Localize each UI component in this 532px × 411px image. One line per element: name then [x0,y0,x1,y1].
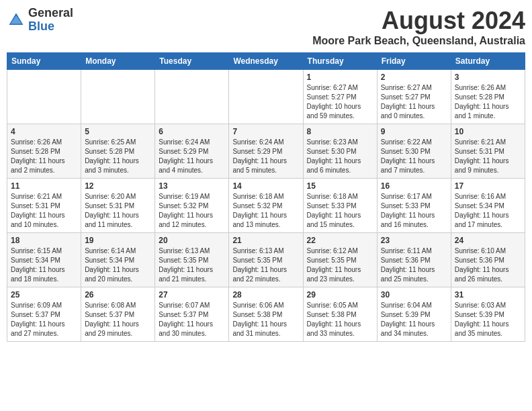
calendar-cell: 5Sunrise: 6:25 AM Sunset: 5:28 PM Daylig… [81,124,155,179]
day-number: 7 [232,127,299,136]
day-info: Sunrise: 6:13 AM Sunset: 5:35 PM Dayligh… [232,246,299,284]
calendar-cell: 4Sunrise: 6:26 AM Sunset: 5:28 PM Daylig… [7,124,81,179]
calendar-table: SundayMondayTuesdayWednesdayThursdayFrid… [7,52,525,342]
day-number: 26 [85,290,151,300]
day-info: Sunrise: 6:03 AM Sunset: 5:39 PM Dayligh… [455,301,521,338]
day-number: 4 [11,127,77,136]
day-number: 16 [381,181,447,191]
day-number: 21 [232,236,299,245]
day-info: Sunrise: 6:09 AM Sunset: 5:37 PM Dayligh… [11,301,77,338]
month-title: August 2024 [312,7,525,35]
day-number: 12 [85,181,151,191]
day-number: 15 [307,181,373,191]
day-number: 27 [159,290,225,300]
day-info: Sunrise: 6:13 AM Sunset: 5:35 PM Dayligh… [159,246,225,284]
calendar-cell [81,70,155,124]
day-info: Sunrise: 6:19 AM Sunset: 5:32 PM Dayligh… [159,192,225,230]
day-number: 29 [307,290,373,300]
calendar-cell: 30Sunrise: 6:04 AM Sunset: 5:39 PM Dayli… [377,287,451,342]
calendar-cell: 27Sunrise: 6:07 AM Sunset: 5:37 PM Dayli… [155,287,229,342]
day-info: Sunrise: 6:06 AM Sunset: 5:38 PM Dayligh… [232,301,299,338]
header-thursday: Thursday [303,53,377,70]
calendar-cell: 11Sunrise: 6:21 AM Sunset: 5:31 PM Dayli… [7,179,81,233]
day-number: 18 [11,236,77,245]
location-title: Moore Park Beach, Queensland, Australia [312,35,525,47]
day-info: Sunrise: 6:24 AM Sunset: 5:29 PM Dayligh… [232,138,299,175]
day-number: 10 [455,127,521,136]
calendar-cell: 25Sunrise: 6:09 AM Sunset: 5:37 PM Dayli… [7,287,81,342]
calendar-cell [229,70,303,124]
calendar-cell: 26Sunrise: 6:08 AM Sunset: 5:37 PM Dayli… [81,287,155,342]
day-info: Sunrise: 6:25 AM Sunset: 5:28 PM Dayligh… [85,138,151,175]
day-info: Sunrise: 6:22 AM Sunset: 5:30 PM Dayligh… [381,138,447,175]
calendar-cell: 14Sunrise: 6:18 AM Sunset: 5:32 PM Dayli… [229,179,303,233]
day-number: 9 [381,127,447,136]
calendar-cell [155,70,229,124]
day-info: Sunrise: 6:21 AM Sunset: 5:31 PM Dayligh… [455,138,521,175]
calendar-week-row: 18Sunrise: 6:15 AM Sunset: 5:34 PM Dayli… [7,233,525,287]
calendar-cell: 1Sunrise: 6:27 AM Sunset: 5:27 PM Daylig… [303,70,377,124]
day-info: Sunrise: 6:15 AM Sunset: 5:34 PM Dayligh… [11,246,77,284]
header-friday: Friday [377,53,451,70]
calendar-cell: 15Sunrise: 6:18 AM Sunset: 5:33 PM Dayli… [303,179,377,233]
calendar-week-row: 11Sunrise: 6:21 AM Sunset: 5:31 PM Dayli… [7,179,525,233]
calendar-cell: 29Sunrise: 6:05 AM Sunset: 5:38 PM Dayli… [303,287,377,342]
day-number: 24 [455,236,521,245]
day-number: 5 [85,127,151,136]
day-info: Sunrise: 6:17 AM Sunset: 5:33 PM Dayligh… [381,192,447,230]
header-wednesday: Wednesday [229,53,303,70]
logo: General Blue [7,7,73,34]
day-number: 28 [232,290,299,300]
logo-general: General [28,7,73,20]
day-info: Sunrise: 6:11 AM Sunset: 5:36 PM Dayligh… [381,246,447,284]
page-header: General Blue August 2024 Moore Park Beac… [7,7,525,47]
day-info: Sunrise: 6:26 AM Sunset: 5:28 PM Dayligh… [11,138,77,175]
day-info: Sunrise: 6:07 AM Sunset: 5:37 PM Dayligh… [159,301,225,338]
day-number: 3 [455,73,521,82]
day-info: Sunrise: 6:27 AM Sunset: 5:27 PM Dayligh… [381,83,447,121]
title-area: August 2024 Moore Park Beach, Queensland… [312,7,525,47]
calendar-cell: 13Sunrise: 6:19 AM Sunset: 5:32 PM Dayli… [155,179,229,233]
day-number: 20 [159,236,225,245]
day-number: 13 [159,181,225,191]
day-number: 23 [381,236,447,245]
header-tuesday: Tuesday [155,53,229,70]
day-info: Sunrise: 6:23 AM Sunset: 5:30 PM Dayligh… [307,138,373,175]
calendar-cell: 24Sunrise: 6:10 AM Sunset: 5:36 PM Dayli… [451,233,525,287]
calendar-cell: 9Sunrise: 6:22 AM Sunset: 5:30 PM Daylig… [377,124,451,179]
day-info: Sunrise: 6:26 AM Sunset: 5:28 PM Dayligh… [455,83,521,121]
day-info: Sunrise: 6:18 AM Sunset: 5:32 PM Dayligh… [232,192,299,230]
day-number: 1 [307,73,373,82]
calendar-cell: 31Sunrise: 6:03 AM Sunset: 5:39 PM Dayli… [451,287,525,342]
calendar-cell: 12Sunrise: 6:20 AM Sunset: 5:31 PM Dayli… [81,179,155,233]
calendar-cell: 20Sunrise: 6:13 AM Sunset: 5:35 PM Dayli… [155,233,229,287]
day-info: Sunrise: 6:27 AM Sunset: 5:27 PM Dayligh… [307,83,373,121]
calendar-week-row: 4Sunrise: 6:26 AM Sunset: 5:28 PM Daylig… [7,124,525,179]
calendar-cell [7,70,81,124]
day-number: 2 [381,73,447,82]
day-info: Sunrise: 6:16 AM Sunset: 5:34 PM Dayligh… [455,192,521,230]
calendar-header-row: SundayMondayTuesdayWednesdayThursdayFrid… [7,53,525,70]
calendar-cell: 22Sunrise: 6:12 AM Sunset: 5:35 PM Dayli… [303,233,377,287]
day-info: Sunrise: 6:05 AM Sunset: 5:38 PM Dayligh… [307,301,373,338]
calendar-week-row: 1Sunrise: 6:27 AM Sunset: 5:27 PM Daylig… [7,70,525,124]
calendar-cell: 23Sunrise: 6:11 AM Sunset: 5:36 PM Dayli… [377,233,451,287]
day-number: 8 [307,127,373,136]
day-info: Sunrise: 6:24 AM Sunset: 5:29 PM Dayligh… [159,138,225,175]
day-number: 14 [232,181,299,191]
calendar-cell: 21Sunrise: 6:13 AM Sunset: 5:35 PM Dayli… [229,233,303,287]
calendar-week-row: 25Sunrise: 6:09 AM Sunset: 5:37 PM Dayli… [7,287,525,342]
calendar-cell: 2Sunrise: 6:27 AM Sunset: 5:27 PM Daylig… [377,70,451,124]
day-info: Sunrise: 6:20 AM Sunset: 5:31 PM Dayligh… [85,192,151,230]
day-info: Sunrise: 6:10 AM Sunset: 5:36 PM Dayligh… [455,246,521,284]
calendar-cell: 8Sunrise: 6:23 AM Sunset: 5:30 PM Daylig… [303,124,377,179]
calendar-cell: 17Sunrise: 6:16 AM Sunset: 5:34 PM Dayli… [451,179,525,233]
day-info: Sunrise: 6:04 AM Sunset: 5:39 PM Dayligh… [381,301,447,338]
calendar-cell: 19Sunrise: 6:14 AM Sunset: 5:34 PM Dayli… [81,233,155,287]
day-number: 19 [85,236,151,245]
day-info: Sunrise: 6:12 AM Sunset: 5:35 PM Dayligh… [307,246,373,284]
day-number: 6 [159,127,225,136]
header-saturday: Saturday [451,53,525,70]
header-monday: Monday [81,53,155,70]
day-info: Sunrise: 6:08 AM Sunset: 5:37 PM Dayligh… [85,301,151,338]
